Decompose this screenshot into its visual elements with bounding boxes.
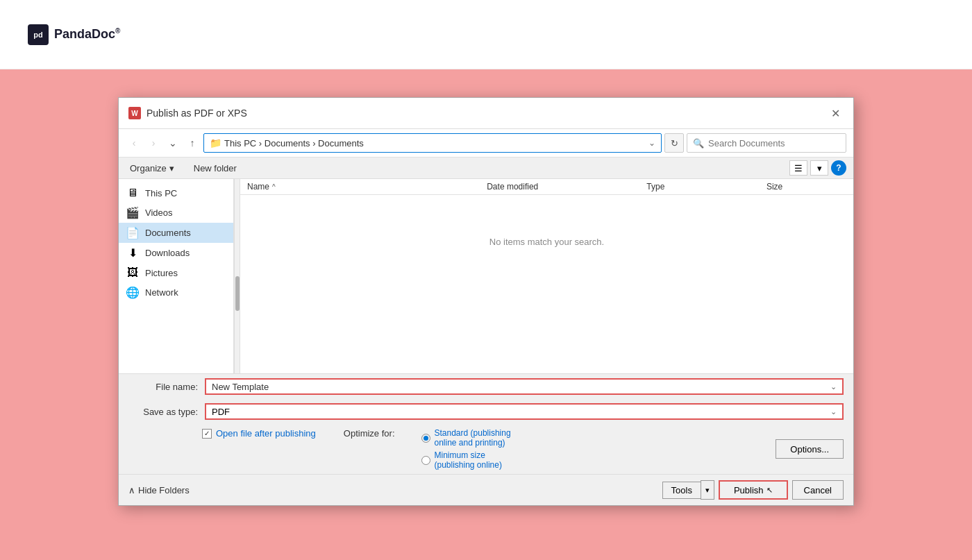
dialog-title-text: Publish as PDF or XPS xyxy=(146,108,247,119)
pictures-label: Pictures xyxy=(145,268,178,278)
main-content: 🖥 This PC 🎬 Videos 📄 Documents ⬇ Downloa… xyxy=(119,179,853,373)
sidebar: 🖥 This PC 🎬 Videos 📄 Documents ⬇ Downloa… xyxy=(119,179,234,373)
hide-folders-arrow-icon: ∧ xyxy=(128,485,135,495)
documents-icon: 📄 xyxy=(126,226,140,239)
address-bar[interactable]: 📁 This PC › Documents › Documents ⌄ xyxy=(203,133,662,153)
cancel-button[interactable]: Cancel xyxy=(792,480,844,500)
publish-button[interactable]: Publish ↖ xyxy=(719,480,788,500)
checkbox-check-icon: ✓ xyxy=(204,430,210,437)
hide-folders-button[interactable]: ∧ Hide Folders xyxy=(128,485,190,495)
organize-button[interactable]: Organize ▾ xyxy=(126,161,178,176)
options-button[interactable]: Options... xyxy=(776,439,844,459)
refresh-button[interactable]: ↻ xyxy=(664,133,684,153)
standard-label: Standard (publishing online and printing… xyxy=(435,428,511,448)
view-icon: ☰ xyxy=(794,163,803,173)
minimum-radio-option[interactable]: Minimum size (publishing online) xyxy=(421,450,511,470)
sidebar-item-pictures[interactable]: 🖼 Pictures xyxy=(119,263,233,282)
standard-radio-btn[interactable] xyxy=(421,434,430,443)
cursor-icon: ↖ xyxy=(766,486,773,495)
savetype-select[interactable]: PDF ⌄ xyxy=(205,403,844,420)
tools-main-button[interactable]: Tools xyxy=(662,482,701,499)
back-button[interactable]: ‹ xyxy=(126,135,142,151)
filename-value: New Template xyxy=(212,382,269,392)
view-button[interactable]: ☰ xyxy=(789,160,807,176)
tools-arrow-icon: ▾ xyxy=(705,486,710,495)
minimum-radio-btn[interactable] xyxy=(421,456,430,465)
open-file-label: Open file after publishing xyxy=(216,428,316,439)
dropdown-button[interactable]: ⌄ xyxy=(165,135,181,151)
savetype-value: PDF xyxy=(212,407,230,417)
close-button[interactable]: ✕ xyxy=(827,105,844,121)
view-dropdown-icon: ▾ xyxy=(817,163,822,173)
pictures-icon: 🖼 xyxy=(126,266,140,279)
view-controls: ☰ ▾ ? xyxy=(789,160,846,176)
search-icon: 🔍 xyxy=(693,138,704,149)
search-input[interactable] xyxy=(708,138,840,149)
minimum-label: Minimum size (publishing online) xyxy=(435,450,502,470)
breadcrumb-text: This PC › Documents › Documents xyxy=(224,138,364,149)
this-pc-label: This PC xyxy=(145,188,177,198)
publish-label: Publish xyxy=(734,485,764,495)
dialog-titlebar: W Publish as PDF or XPS ✕ xyxy=(119,98,853,129)
this-pc-icon: 🖥 xyxy=(126,187,140,199)
new-folder-button[interactable]: New folder xyxy=(190,161,241,176)
forward-button[interactable]: › xyxy=(145,135,162,151)
sidebar-item-this-pc[interactable]: 🖥 This PC xyxy=(119,183,233,203)
addressbar-row: ‹ › ⌄ ↑ 📁 This PC › Documents › Document… xyxy=(119,129,853,158)
logo-icon: pd xyxy=(28,24,49,45)
up-button[interactable]: ↑ xyxy=(184,135,201,151)
documents-label: Documents xyxy=(145,228,191,238)
top-bar: pd PandaDoc® xyxy=(0,0,972,69)
filename-label: File name: xyxy=(128,382,198,392)
footer-row: ∧ Hide Folders Tools ▾ Publish ↖ Cancel xyxy=(119,474,853,505)
dialog-title-icon: W xyxy=(128,107,141,119)
search-box: 🔍 xyxy=(687,133,846,153)
savetype-label: Save as type: xyxy=(128,407,198,417)
sidebar-scrollbar[interactable] xyxy=(234,179,240,373)
options-row: ✓ Open file after publishing Optimize fo… xyxy=(119,424,853,474)
standard-radio-inner xyxy=(424,436,428,441)
scroll-thumb xyxy=(235,276,240,311)
filename-row: File name: New Template ⌄ xyxy=(119,374,853,399)
col-type-header[interactable]: Type xyxy=(646,182,766,192)
organize-label: Organize xyxy=(130,163,167,173)
sidebar-item-downloads[interactable]: ⬇ Downloads xyxy=(119,243,233,263)
help-button[interactable]: ? xyxy=(831,160,846,176)
videos-icon: 🎬 xyxy=(126,206,140,219)
col-date-header[interactable]: Date modified xyxy=(487,182,646,192)
optimize-section: Standard (publishing online and printing… xyxy=(421,428,511,470)
sidebar-item-network[interactable]: 🌐 Network xyxy=(119,282,233,303)
file-area: Name ^ Date modified Type Size No items … xyxy=(240,179,853,373)
open-file-check: ✓ Open file after publishing xyxy=(202,428,316,439)
file-list-header: Name ^ Date modified Type Size xyxy=(240,179,853,195)
videos-label: Videos xyxy=(145,207,173,218)
sidebar-item-documents[interactable]: 📄 Documents xyxy=(119,223,233,243)
organize-arrow-icon: ▾ xyxy=(169,163,174,173)
network-label: Network xyxy=(145,287,178,298)
tools-dropdown-button[interactable]: ▾ xyxy=(701,480,714,500)
standard-radio-option[interactable]: Standard (publishing online and printing… xyxy=(421,428,511,448)
help-icon: ? xyxy=(836,163,841,173)
empty-message: No items match your search. xyxy=(240,237,853,247)
filename-input[interactable]: New Template ⌄ xyxy=(205,378,844,395)
network-icon: 🌐 xyxy=(126,286,140,299)
downloads-label: Downloads xyxy=(145,248,190,258)
bottom-section: File name: New Template ⌄ Save as type: … xyxy=(119,373,853,505)
address-chevron-icon: ⌄ xyxy=(648,138,655,148)
open-file-checkbox[interactable]: ✓ xyxy=(202,429,212,439)
sort-arrow-icon: ^ xyxy=(272,183,276,191)
footer-right: Tools ▾ Publish ↖ Cancel xyxy=(662,480,844,500)
logo-area: pd PandaDoc® xyxy=(28,24,120,45)
new-folder-label: New folder xyxy=(194,163,237,173)
sidebar-item-videos[interactable]: 🎬 Videos xyxy=(119,203,233,223)
app-name: PandaDoc® xyxy=(54,27,120,42)
view-arrow-button[interactable]: ▾ xyxy=(810,160,828,176)
downloads-icon: ⬇ xyxy=(126,246,140,260)
sidebar-wrapper: 🖥 This PC 🎬 Videos 📄 Documents ⬇ Downloa… xyxy=(119,179,240,373)
filename-dropdown-icon: ⌄ xyxy=(830,382,837,391)
col-size-header[interactable]: Size xyxy=(766,182,846,192)
col-name-header[interactable]: Name ^ xyxy=(247,182,487,192)
hide-folders-label: Hide Folders xyxy=(138,485,190,495)
optimize-label: Optimize for: xyxy=(344,428,395,439)
tools-button-group: Tools ▾ xyxy=(662,480,714,500)
